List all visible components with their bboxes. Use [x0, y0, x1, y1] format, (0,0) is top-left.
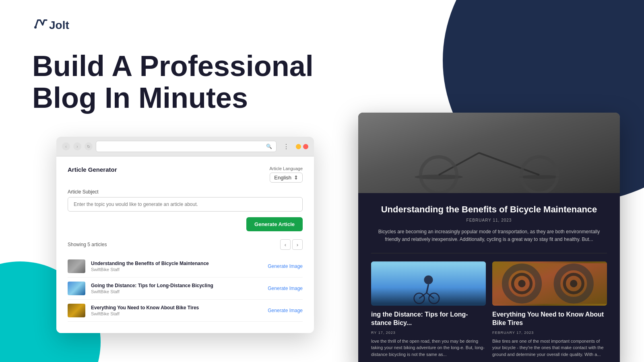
main-headline: Build A Professional Blog In Minutes: [32, 50, 334, 114]
svg-rect-2: [358, 113, 620, 193]
blog-content: Understanding the Benefits of Bicycle Ma…: [358, 193, 620, 362]
blog-hero-post-title: Understanding the Benefits of Bicycle Ma…: [371, 204, 607, 215]
svg-point-4: [519, 175, 559, 179]
article-item: Understanding the Benefits of Bicycle Ma…: [68, 255, 303, 278]
article-generator-header: Article Generator Article Language Engli…: [68, 166, 303, 183]
svg-point-10: [424, 276, 433, 284]
article-thumbnail-3: [68, 304, 85, 317]
next-page-button[interactable]: ›: [292, 239, 303, 250]
generate-image-link-3[interactable]: Generate Image: [268, 308, 303, 313]
generate-btn-row: Generate Article: [68, 217, 303, 231]
svg-point-22: [570, 280, 577, 287]
generate-article-button[interactable]: Generate Article: [246, 217, 303, 231]
blog-two-col: ing the Distance: Tips for Long-stance B…: [371, 261, 607, 358]
article-author-1: SwiftBike Staff: [91, 267, 262, 272]
article-info-3: Everything You Need to Know About Bike T…: [91, 305, 262, 316]
generate-image-link-2[interactable]: Generate Image: [268, 286, 303, 291]
svg-point-0: [34, 26, 37, 29]
blog-card-left-title: ing the Distance: Tips for Long-stance B…: [371, 311, 486, 327]
traffic-lights: [296, 144, 308, 149]
article-title-3: Everything You Need to Know About Bike T…: [91, 305, 262, 311]
browser-mockup: ‹ › ↻ 🔍 ⋮ Article Generator Article Lang…: [56, 137, 314, 333]
article-info-2: Going the Distance: Tips for Long-Distan…: [91, 283, 262, 294]
blog-preview-mockup: Understanding the Benefits of Bicycle Ma…: [358, 113, 620, 362]
blog-hero-image: [358, 113, 620, 193]
blog-card-right-title: Everything You Need to Know About Bike T…: [492, 311, 607, 327]
blog-hero-post-date: FEBRUARY 11, 2023: [371, 218, 607, 222]
article-subject-input[interactable]: [68, 197, 303, 212]
blog-card-left-date: RY 17, 2023: [371, 331, 486, 335]
browser-toolbar: ‹ › ↻ 🔍 ⋮: [56, 137, 314, 156]
blog-hero-post-excerpt: Bicycles are becoming an increasingly po…: [371, 228, 607, 243]
article-subject-label: Article Subject: [68, 189, 303, 195]
article-thumbnail-2: [68, 282, 85, 295]
logo-icon: [32, 16, 47, 34]
language-select[interactable]: English ⇕: [270, 173, 303, 183]
blog-card-right-excerpt: Bike tires are one of the most important…: [492, 338, 607, 358]
chevron-down-icon: ⇕: [294, 175, 298, 181]
article-title-2: Going the Distance: Tips for Long-Distan…: [91, 283, 262, 288]
browser-refresh-button[interactable]: ↻: [85, 142, 93, 150]
language-value: English: [274, 175, 291, 181]
blog-divider: [371, 253, 607, 253]
prev-page-button[interactable]: ‹: [280, 239, 291, 250]
blog-card-right-date: FEBRUARY 17, 2023: [492, 331, 607, 335]
articles-list-header: Showing 5 articles ‹ ›: [68, 239, 303, 250]
logo: Jolt: [32, 16, 612, 34]
blog-card-right: Everything You Need to Know About Bike T…: [492, 261, 607, 358]
article-info-1: Understanding the Benefits of Bicycle Ma…: [91, 261, 262, 272]
svg-point-19: [518, 280, 525, 287]
tires-image: [492, 261, 607, 306]
language-group: Article Language English ⇕: [269, 166, 303, 183]
article-item: Everything You Need to Know About Bike T…: [68, 300, 303, 322]
browser-back-button[interactable]: ‹: [62, 142, 70, 150]
browser-menu-dots[interactable]: ⋮: [283, 143, 290, 150]
language-label: Article Language: [269, 166, 303, 171]
cyclist-image: [371, 261, 486, 306]
browser-address-bar[interactable]: 🔍: [96, 141, 277, 152]
search-icon: 🔍: [266, 144, 272, 149]
close-button[interactable]: [303, 144, 308, 149]
blog-card-left-image: [371, 261, 486, 306]
article-author-3: SwiftBike Staff: [91, 311, 262, 316]
logo-text: Jolt: [49, 19, 69, 32]
minimize-button[interactable]: [296, 144, 301, 149]
blog-card-right-image: [492, 261, 607, 306]
browser-body: Article Generator Article Language Engli…: [56, 156, 314, 333]
showing-articles-count: Showing 5 articles: [68, 242, 107, 247]
article-author-2: SwiftBike Staff: [91, 289, 262, 294]
article-thumbnail-1: [68, 259, 85, 273]
blog-card-left-excerpt: love the thrill of the open road, then y…: [371, 338, 486, 358]
pagination: ‹ ›: [280, 239, 303, 250]
browser-forward-button[interactable]: ›: [73, 142, 81, 150]
article-title-1: Understanding the Benefits of Bicycle Ma…: [91, 261, 262, 266]
article-item: Going the Distance: Tips for Long-Distan…: [68, 278, 303, 300]
blog-card-left: ing the Distance: Tips for Long-stance B…: [371, 261, 486, 358]
generate-image-link-1[interactable]: Generate Image: [268, 263, 303, 269]
article-generator-title: Article Generator: [68, 166, 117, 173]
